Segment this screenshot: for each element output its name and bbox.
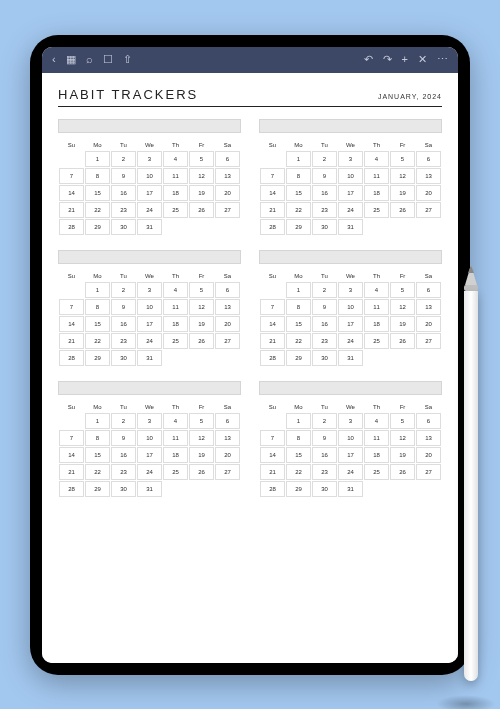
day-cell[interactable]: 27 — [416, 464, 441, 480]
day-cell[interactable]: 1 — [286, 151, 311, 167]
day-cell[interactable]: 7 — [260, 430, 285, 446]
day-cell[interactable]: 6 — [416, 413, 441, 429]
day-cell[interactable]: 16 — [312, 316, 337, 332]
day-cell[interactable]: 6 — [215, 282, 240, 298]
day-cell[interactable]: 27 — [215, 202, 240, 218]
day-cell[interactable]: 30 — [111, 481, 136, 497]
day-cell[interactable]: 19 — [390, 185, 415, 201]
day-cell[interactable]: 24 — [338, 333, 363, 349]
day-cell[interactable]: 1 — [286, 282, 311, 298]
day-cell[interactable]: 25 — [163, 333, 188, 349]
day-cell[interactable]: 13 — [215, 430, 240, 446]
day-cell[interactable]: 17 — [137, 316, 162, 332]
day-cell[interactable]: 18 — [163, 185, 188, 201]
day-cell[interactable]: 14 — [260, 316, 285, 332]
day-cell[interactable]: 3 — [137, 151, 162, 167]
day-cell[interactable]: 29 — [286, 350, 311, 366]
day-cell[interactable]: 7 — [59, 430, 84, 446]
day-cell[interactable]: 13 — [215, 168, 240, 184]
day-cell[interactable]: 10 — [338, 168, 363, 184]
day-cell[interactable]: 26 — [189, 202, 214, 218]
day-cell[interactable]: 9 — [111, 299, 136, 315]
day-cell[interactable]: 4 — [364, 282, 389, 298]
day-cell[interactable]: 31 — [137, 481, 162, 497]
day-cell[interactable]: 24 — [137, 333, 162, 349]
plus-icon[interactable]: + — [402, 54, 408, 65]
day-cell[interactable]: 4 — [364, 151, 389, 167]
day-cell[interactable]: 21 — [260, 333, 285, 349]
day-cell[interactable]: 6 — [215, 151, 240, 167]
day-cell[interactable]: 5 — [189, 282, 214, 298]
day-cell[interactable]: 17 — [338, 447, 363, 463]
day-cell[interactable]: 17 — [338, 185, 363, 201]
day-cell[interactable]: 8 — [85, 168, 110, 184]
day-cell[interactable]: 9 — [312, 168, 337, 184]
day-cell[interactable]: 3 — [137, 413, 162, 429]
day-cell[interactable]: 21 — [59, 333, 84, 349]
day-cell[interactable]: 11 — [364, 299, 389, 315]
day-cell[interactable]: 24 — [137, 464, 162, 480]
day-cell[interactable]: 17 — [137, 447, 162, 463]
day-cell[interactable]: 13 — [416, 168, 441, 184]
day-cell[interactable]: 11 — [364, 168, 389, 184]
day-cell[interactable]: 30 — [312, 219, 337, 235]
day-cell[interactable]: 10 — [338, 430, 363, 446]
day-cell[interactable]: 12 — [189, 430, 214, 446]
habit-name-field[interactable] — [58, 119, 241, 133]
day-cell[interactable]: 11 — [364, 430, 389, 446]
redo-icon[interactable]: ↷ — [383, 54, 392, 65]
day-cell[interactable]: 10 — [338, 299, 363, 315]
day-cell[interactable]: 26 — [390, 333, 415, 349]
day-cell[interactable]: 2 — [312, 413, 337, 429]
day-cell[interactable]: 25 — [364, 464, 389, 480]
day-cell[interactable]: 30 — [312, 350, 337, 366]
day-cell[interactable]: 19 — [189, 316, 214, 332]
day-cell[interactable]: 23 — [111, 202, 136, 218]
day-cell[interactable]: 27 — [416, 333, 441, 349]
day-cell[interactable]: 21 — [59, 464, 84, 480]
day-cell[interactable]: 24 — [137, 202, 162, 218]
day-cell[interactable]: 20 — [416, 316, 441, 332]
habit-name-field[interactable] — [259, 250, 442, 264]
habit-name-field[interactable] — [259, 381, 442, 395]
day-cell[interactable]: 13 — [416, 299, 441, 315]
day-cell[interactable]: 13 — [215, 299, 240, 315]
day-cell[interactable]: 3 — [338, 282, 363, 298]
day-cell[interactable]: 15 — [286, 316, 311, 332]
day-cell[interactable]: 8 — [286, 168, 311, 184]
day-cell[interactable]: 15 — [85, 447, 110, 463]
day-cell[interactable]: 26 — [390, 464, 415, 480]
day-cell[interactable]: 31 — [137, 219, 162, 235]
day-cell[interactable]: 29 — [85, 481, 110, 497]
day-cell[interactable]: 2 — [312, 151, 337, 167]
day-cell[interactable]: 21 — [59, 202, 84, 218]
day-cell[interactable]: 2 — [111, 413, 136, 429]
day-cell[interactable]: 19 — [390, 447, 415, 463]
day-cell[interactable]: 22 — [85, 333, 110, 349]
day-cell[interactable]: 1 — [85, 413, 110, 429]
day-cell[interactable]: 3 — [137, 282, 162, 298]
day-cell[interactable]: 21 — [260, 202, 285, 218]
day-cell[interactable]: 12 — [390, 299, 415, 315]
day-cell[interactable]: 13 — [416, 430, 441, 446]
day-cell[interactable]: 28 — [59, 350, 84, 366]
day-cell[interactable]: 1 — [85, 151, 110, 167]
day-cell[interactable]: 15 — [85, 316, 110, 332]
day-cell[interactable]: 19 — [390, 316, 415, 332]
day-cell[interactable]: 7 — [59, 299, 84, 315]
day-cell[interactable]: 16 — [312, 185, 337, 201]
habit-name-field[interactable] — [259, 119, 442, 133]
habit-name-field[interactable] — [58, 250, 241, 264]
habit-name-field[interactable] — [58, 381, 241, 395]
undo-icon[interactable]: ↶ — [364, 54, 373, 65]
day-cell[interactable]: 27 — [416, 202, 441, 218]
day-cell[interactable]: 10 — [137, 299, 162, 315]
day-cell[interactable]: 9 — [312, 299, 337, 315]
day-cell[interactable]: 2 — [111, 282, 136, 298]
day-cell[interactable]: 22 — [286, 464, 311, 480]
day-cell[interactable]: 23 — [312, 464, 337, 480]
day-cell[interactable]: 9 — [111, 168, 136, 184]
day-cell[interactable]: 4 — [163, 151, 188, 167]
day-cell[interactable]: 17 — [137, 185, 162, 201]
day-cell[interactable]: 14 — [59, 316, 84, 332]
